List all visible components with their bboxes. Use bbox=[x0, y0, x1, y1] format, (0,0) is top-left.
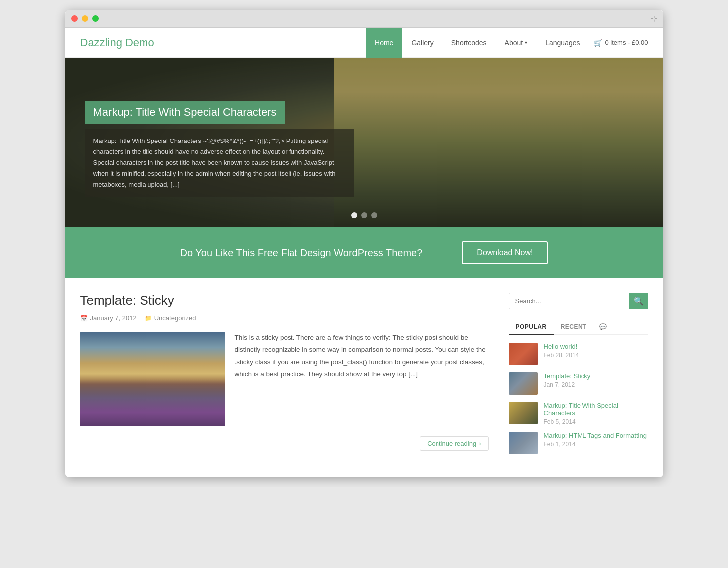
sidebar-post-info-3: Markup: Title With Special Characters Fe… bbox=[544, 402, 648, 425]
expand-icon[interactable]: ⊹ bbox=[651, 14, 657, 23]
cta-banner: Do You Like This Free Flat Design WordPr… bbox=[65, 227, 663, 278]
mac-window: ⊹ Dazzling Demo Home Gallery Shortcodes … bbox=[65, 10, 663, 477]
list-item: Markup: HTML Tags and Formatting Feb 1, … bbox=[509, 432, 648, 454]
nav-gallery[interactable]: Gallery bbox=[402, 28, 442, 58]
search-input[interactable] bbox=[509, 293, 629, 309]
sidebar: 🔍 POPULAR RECENT 💬 Hello world! Feb 28, … bbox=[509, 293, 648, 462]
post-meta: 📅 January 7, 2012 📁 Uncategorized bbox=[80, 314, 489, 322]
download-button[interactable]: Download Now! bbox=[462, 241, 548, 264]
tab-popular[interactable]: POPULAR bbox=[509, 319, 554, 335]
sidebar-post-title-1[interactable]: Hello world! bbox=[544, 343, 648, 350]
sidebar-post-thumbnail-3 bbox=[509, 402, 538, 424]
post-title: Template: Sticky bbox=[80, 293, 489, 308]
folder-icon: 📁 bbox=[145, 315, 152, 322]
slider-dots bbox=[351, 212, 377, 218]
sidebar-post-info-1: Hello world! Feb 28, 2014 bbox=[544, 343, 648, 359]
tab-recent[interactable]: RECENT bbox=[554, 319, 593, 334]
hero-title: Markup: Title With Special Characters bbox=[85, 101, 285, 124]
tab-comments[interactable]: 💬 bbox=[593, 319, 613, 334]
mac-titlebar: ⊹ bbox=[65, 10, 663, 28]
site-nav: Home Gallery Shortcodes About ▾ Language… bbox=[366, 28, 648, 58]
sidebar-post-date-3: Feb 5, 2014 bbox=[544, 418, 648, 425]
search-box: 🔍 bbox=[509, 293, 648, 309]
nav-about[interactable]: About ▾ bbox=[496, 28, 537, 58]
content-area: Template: Sticky 📅 January 7, 2012 📁 Unc… bbox=[80, 293, 489, 462]
search-button[interactable]: 🔍 bbox=[629, 293, 648, 309]
sidebar-post-date-2: Jan 7, 2012 bbox=[544, 381, 648, 388]
sidebar-tabs: POPULAR RECENT 💬 bbox=[509, 319, 648, 335]
hero-content: Markup: Title With Special Characters Ma… bbox=[85, 101, 354, 197]
hero-slider: Markup: Title With Special Characters Ma… bbox=[65, 58, 663, 227]
list-item: Template: Sticky Jan 7, 2012 bbox=[509, 372, 648, 395]
post-image-flowers bbox=[80, 379, 225, 426]
slider-dot-1[interactable] bbox=[351, 212, 357, 218]
cta-text: Do You Like This Free Flat Design WordPr… bbox=[180, 247, 423, 259]
sidebar-post-title-4[interactable]: Markup: HTML Tags and Formatting bbox=[544, 432, 648, 439]
slider-dot-2[interactable] bbox=[361, 212, 367, 218]
sidebar-post-date-1: Feb 28, 2014 bbox=[544, 352, 648, 359]
sidebar-post-title-2[interactable]: Template: Sticky bbox=[544, 372, 648, 380]
post-image-sky bbox=[80, 332, 225, 384]
main-area: Template: Sticky 📅 January 7, 2012 📁 Unc… bbox=[65, 278, 663, 477]
continue-reading-link[interactable]: Continue reading › bbox=[420, 436, 488, 451]
sidebar-post-thumbnail-1 bbox=[509, 343, 538, 365]
list-item: Markup: Title With Special Characters Fe… bbox=[509, 402, 648, 425]
sidebar-post-thumbnail-4 bbox=[509, 432, 538, 454]
post-text: This is a sticky post. There are a few t… bbox=[235, 332, 489, 426]
about-dropdown-arrow: ▾ bbox=[525, 40, 527, 45]
sidebar-post-info-2: Template: Sticky Jan 7, 2012 bbox=[544, 372, 648, 388]
nav-languages[interactable]: Languages bbox=[536, 28, 588, 58]
sidebar-post-info-4: Markup: HTML Tags and Formatting Feb 1, … bbox=[544, 432, 648, 448]
nav-cart[interactable]: 🛒 0 items - £0.00 bbox=[594, 39, 648, 47]
post-date: 📅 January 7, 2012 bbox=[80, 314, 137, 322]
arrow-right-icon: › bbox=[479, 440, 481, 447]
post-article: Template: Sticky 📅 January 7, 2012 📁 Unc… bbox=[80, 293, 489, 451]
continue-reading-wrapper: Continue reading › bbox=[80, 436, 489, 451]
maximize-button[interactable] bbox=[92, 15, 99, 22]
search-icon: 🔍 bbox=[634, 296, 644, 306]
sidebar-post-thumbnail-2 bbox=[509, 372, 538, 395]
nav-shortcodes[interactable]: Shortcodes bbox=[442, 28, 496, 58]
site-logo[interactable]: Dazzling Demo bbox=[80, 36, 366, 49]
list-item: Hello world! Feb 28, 2014 bbox=[509, 343, 648, 365]
close-button[interactable] bbox=[71, 15, 78, 22]
sidebar-post-date-4: Feb 1, 2014 bbox=[544, 441, 648, 448]
cart-icon: 🛒 bbox=[594, 39, 602, 47]
post-body: This is a sticky post. There are a few t… bbox=[80, 332, 489, 426]
site-header: Dazzling Demo Home Gallery Shortcodes Ab… bbox=[65, 28, 663, 58]
slider-dot-3[interactable] bbox=[371, 212, 377, 218]
sidebar-post-title-3[interactable]: Markup: Title With Special Characters bbox=[544, 402, 648, 417]
hero-description: Markup: Title With Special Characters ~'… bbox=[85, 129, 354, 197]
minimize-button[interactable] bbox=[82, 15, 88, 22]
calendar-icon: 📅 bbox=[80, 315, 88, 322]
post-featured-image bbox=[80, 332, 225, 426]
popular-posts-list: Hello world! Feb 28, 2014 Template: Stic… bbox=[509, 343, 648, 454]
nav-home[interactable]: Home bbox=[366, 28, 402, 58]
post-category: 📁 Uncategorized bbox=[145, 314, 196, 322]
